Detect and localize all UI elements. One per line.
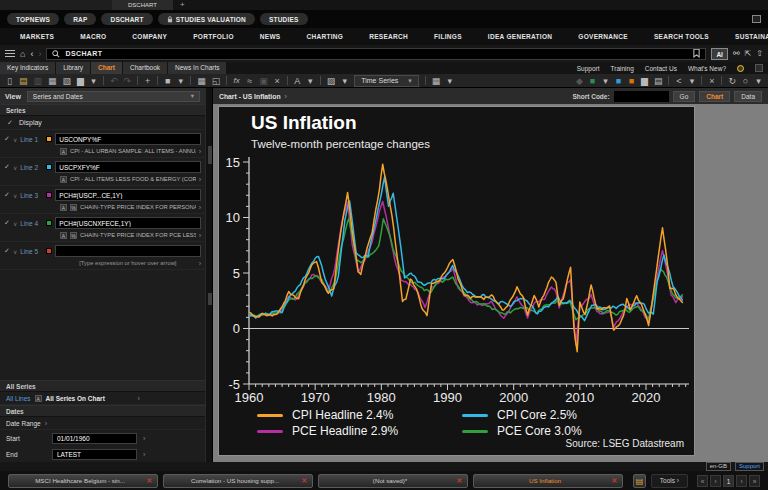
ai-assistant-button[interactable]: AI xyxy=(711,48,728,60)
chevron-right-icon[interactable]: › xyxy=(45,420,47,427)
series-expression-input[interactable] xyxy=(55,245,201,257)
print-icon[interactable]: ▤ xyxy=(654,74,663,88)
line-enabled-checkbox[interactable]: ✓ xyxy=(4,219,10,227)
display-checkbox[interactable]: ✓ xyxy=(7,119,13,127)
series-expression-input[interactable] xyxy=(55,161,201,173)
task-not-saved[interactable]: (Not saved)*✕ xyxy=(318,474,468,488)
end-date-input[interactable] xyxy=(52,449,137,460)
menu-item-macro[interactable]: MACRO xyxy=(80,33,106,40)
chevron-right-icon[interactable]: › xyxy=(199,232,201,239)
menu-item-filings[interactable]: FILINGS xyxy=(434,33,462,40)
menu-item-portfolio[interactable]: PORTFOLIO xyxy=(193,33,234,40)
hamburger-menu-icon[interactable] xyxy=(5,48,15,59)
paste-icon[interactable]: ▧ xyxy=(63,74,72,88)
start-date-input[interactable] xyxy=(52,433,137,444)
date-range-row[interactable]: Date Range › xyxy=(0,417,205,430)
table-icon[interactable]: ▦ xyxy=(197,74,206,88)
tab-news-in-charts[interactable]: News In Charts xyxy=(168,62,226,74)
scrollbar-handle[interactable] xyxy=(208,146,212,164)
calculator-icon[interactable]: ▣ xyxy=(259,74,268,88)
color-swatch-icon[interactable]: ■ xyxy=(164,74,171,88)
new-chart-icon[interactable]: ▯ xyxy=(6,74,13,88)
chevron-right-icon[interactable]: › xyxy=(143,435,145,442)
series-expression-input[interactable] xyxy=(55,133,201,145)
pill-rap[interactable]: RAP xyxy=(64,13,96,25)
chevron-down-icon[interactable]: ∨ xyxy=(13,164,17,171)
redo-icon[interactable]: ↷ xyxy=(124,74,132,88)
pager-[interactable]: « xyxy=(697,475,708,487)
locale-indicator[interactable]: en-GB xyxy=(706,462,731,471)
caret-down-icon[interactable]: ▾ xyxy=(755,74,762,88)
task-msci-healthcare-belgium-sin[interactable]: MSCI Healthcare Belgium - sin...✕ xyxy=(8,474,158,488)
image-icon[interactable]: ▨ xyxy=(327,74,336,88)
open-folder-button[interactable]: ▤ xyxy=(633,474,646,488)
open-folder-icon[interactable]: ▤ xyxy=(19,74,28,88)
chart-image-icon[interactable]: ▆ xyxy=(641,74,648,88)
tab-chartbook[interactable]: Chartbook xyxy=(123,62,167,74)
word-export-icon[interactable]: ■ xyxy=(615,74,622,88)
chevron-right-icon[interactable]: › xyxy=(138,395,140,402)
chevron-down-icon[interactable]: ∨ xyxy=(13,220,17,227)
chevron-right-icon[interactable]: › xyxy=(199,148,201,155)
copy-icon[interactable]: ▦ xyxy=(48,74,57,88)
chevron-right-icon[interactable]: › xyxy=(143,451,145,458)
caret-down-icon[interactable]: ▾ xyxy=(688,74,695,88)
task-us-inflation[interactable]: US Inflation✕ xyxy=(473,474,623,488)
menu-item-charting[interactable]: CHARTING xyxy=(306,33,343,40)
chart-view-button[interactable]: Chart xyxy=(699,91,730,102)
layout-grid-icon[interactable]: ▦ xyxy=(432,74,441,88)
inflation-chart-panel[interactable]: US Inflation Twelve-month percentage cha… xyxy=(218,106,695,456)
forward-icon[interactable]: › xyxy=(38,49,41,59)
line-enabled-checkbox[interactable]: ✓ xyxy=(4,163,10,171)
line-chart-icon[interactable]: ≈ xyxy=(246,74,253,88)
excel-export-icon[interactable]: ■ xyxy=(589,74,596,88)
menu-item-governance[interactable]: GOVERNANCE xyxy=(578,33,628,40)
menu-item-news[interactable]: NEWS xyxy=(260,33,281,40)
home-icon[interactable]: ⌂ xyxy=(20,49,25,59)
close-icon[interactable]: × xyxy=(708,74,715,88)
chevron-right-icon[interactable]: › xyxy=(199,204,201,211)
menu-item-idea-generation[interactable]: IDEA GENERATION xyxy=(488,33,552,40)
line-enabled-checkbox[interactable]: ✓ xyxy=(4,135,10,143)
pager-[interactable]: ‹ xyxy=(710,475,721,487)
caret-down-icon[interactable]: ▾ xyxy=(177,74,184,88)
pager-1[interactable]: 1 xyxy=(723,475,734,487)
expand-icon[interactable]: ◱ xyxy=(212,74,221,88)
menu-item-company[interactable]: COMPANY xyxy=(132,33,167,40)
tools-button[interactable]: Tools › xyxy=(651,474,688,488)
link-what-s-new[interactable]: What's New? xyxy=(688,65,726,72)
caret-down-icon[interactable]: ▾ xyxy=(341,74,348,88)
caret-down-icon[interactable]: ▾ xyxy=(602,74,609,88)
save-icon[interactable]: ▥ xyxy=(34,74,43,88)
menu-item-research[interactable]: RESEARCH xyxy=(369,33,408,40)
pointer-icon[interactable]: ◆ xyxy=(576,74,583,88)
add-series-icon[interactable]: + xyxy=(144,74,151,88)
caret-down-icon[interactable]: ▾ xyxy=(307,74,314,88)
chart-breadcrumb[interactable]: Chart - US Inflation xyxy=(219,93,281,100)
line-color-swatch[interactable] xyxy=(46,220,52,226)
back-icon[interactable]: ‹ xyxy=(30,49,33,59)
line-color-swatch[interactable] xyxy=(46,192,52,198)
pager-[interactable]: › xyxy=(736,475,747,487)
chevron-right-icon[interactable]: › xyxy=(199,176,201,183)
link-support[interactable]: Support xyxy=(577,65,600,72)
line-enabled-checkbox[interactable]: ✓ xyxy=(4,191,10,199)
chevron-down-icon[interactable]: ∨ xyxy=(13,248,17,255)
chevron-down-icon[interactable]: ∨ xyxy=(13,192,17,199)
close-icon[interactable]: ✕ xyxy=(301,477,307,485)
search-input[interactable]: DSCHART xyxy=(46,48,706,60)
chevron-down-icon[interactable]: ∨ xyxy=(13,136,17,143)
view-mode-select[interactable]: Series and Dates ▾ xyxy=(27,91,200,102)
new-tab-button[interactable]: + xyxy=(173,0,192,10)
pill-dschart[interactable]: DSCHART xyxy=(101,13,152,25)
pill-topnews[interactable]: TOPNEWS xyxy=(7,13,59,25)
menu-item-search-tools[interactable]: SEARCH TOOLS xyxy=(654,33,709,40)
support-link[interactable]: Support xyxy=(735,462,764,471)
short-code-input[interactable] xyxy=(614,91,669,102)
tab-chart[interactable]: Chart xyxy=(91,62,122,74)
task-correlation-us-housing-supp[interactable]: Correlation - US housing supp...✕ xyxy=(163,474,313,488)
line-color-swatch[interactable] xyxy=(46,248,52,254)
app-tab[interactable]: DSCHART xyxy=(112,0,173,10)
chevron-right-icon[interactable]: › xyxy=(199,260,201,267)
pill-studies-valuation[interactable]: STUDIES VALUATION xyxy=(158,13,255,25)
